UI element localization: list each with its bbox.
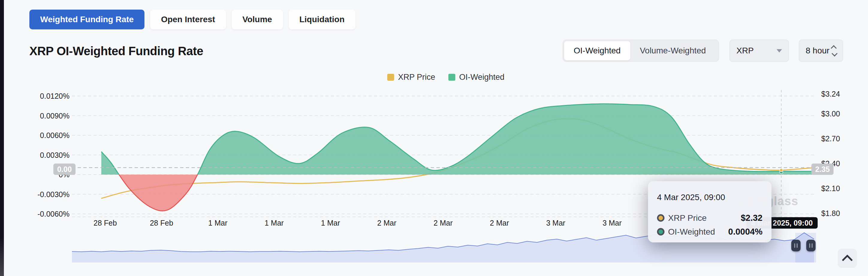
right-axis-label: $2.70 xyxy=(821,134,840,143)
x-axis-label: 28 Feb xyxy=(94,219,117,227)
xrp-price-marker xyxy=(780,169,783,172)
left-axis-label: -0.0060% xyxy=(37,210,69,218)
series-marker-icon xyxy=(657,214,664,222)
grip-icon xyxy=(812,243,812,248)
left-axis-label: 0.0060% xyxy=(40,131,69,139)
left-axis-label: 0.0120% xyxy=(40,92,69,100)
left-axis-label: 0.0090% xyxy=(40,112,69,120)
x-axis-label: 2 Mar xyxy=(377,219,397,227)
series-marker-icon xyxy=(657,228,664,236)
right-axis-label: $3.00 xyxy=(821,110,840,118)
tooltip-row-xrp-price: XRP Price $2.32 xyxy=(657,213,763,223)
left-axis-label: -0.0030% xyxy=(37,190,69,199)
left-axis-label: 0.0030% xyxy=(40,151,69,159)
right-axis-label: $1.80 xyxy=(821,209,840,218)
x-axis-label: 3 Mar xyxy=(546,219,565,227)
tooltip-row-value: $2.32 xyxy=(741,213,763,223)
x-axis-label: 1 Mar xyxy=(265,219,284,227)
x-axis-label: 2 Mar xyxy=(490,219,509,227)
page: Weighted Funding Rate Open Interest Volu… xyxy=(0,0,868,276)
x-axis-label: 3 Mar xyxy=(602,219,622,227)
tooltip-row-value: 0.0004% xyxy=(728,227,763,237)
right-axis-crosshair-badge: 2.35 xyxy=(811,164,834,175)
grip-icon xyxy=(809,243,810,248)
navigator-handle-right[interactable] xyxy=(806,240,815,251)
scroll-top-button[interactable] xyxy=(838,249,857,268)
chart-tooltip: 4 Mar 2025, 09:00 XRP Price $2.32 OI-Wei… xyxy=(648,181,772,242)
chevron-up-icon xyxy=(842,254,853,266)
left-axis-crosshair-badge: 0.00 xyxy=(53,164,75,175)
tooltip-row-label: OI-Weighted xyxy=(668,227,725,237)
tooltip-row-label: XRP Price xyxy=(668,213,737,223)
x-axis-label: 1 Mar xyxy=(208,219,227,227)
tooltip-title: 4 Mar 2025, 09:00 xyxy=(657,193,763,202)
right-axis-label: $2.10 xyxy=(821,184,840,193)
x-axis-label: 2 Mar xyxy=(433,219,453,227)
x-axis-label: 28 Feb xyxy=(150,219,173,227)
tooltip-rows: XRP Price $2.32 OI-Weighted 0.0004% xyxy=(657,213,763,237)
x-axis-label: 1 Mar xyxy=(321,219,340,227)
right-axis-label: $3.24 xyxy=(821,90,840,98)
navigator-handle-left[interactable] xyxy=(791,240,801,251)
tooltip-row-oi-weighted: OI-Weighted 0.0004% xyxy=(657,226,763,237)
grip-icon xyxy=(794,243,795,248)
grip-icon xyxy=(797,243,798,248)
